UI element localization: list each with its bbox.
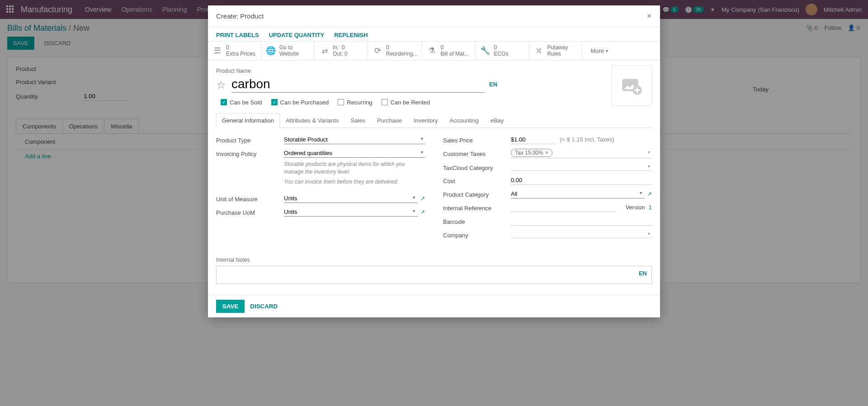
stat-bom[interactable]: ⚗ 0Bill of Mat... bbox=[422, 42, 476, 60]
customer-taxes-field[interactable]: Tax 15.00% × bbox=[511, 149, 652, 158]
modal-overlay: Create: Product × PRINT LABELS UPDATE QU… bbox=[0, 0, 868, 288]
stat-website[interactable]: 🌐 Go toWebsite bbox=[261, 42, 315, 60]
uom-select[interactable] bbox=[284, 194, 418, 203]
help-storable: Storable products are physical items for… bbox=[284, 161, 425, 176]
replenish-link[interactable]: REPLENISH bbox=[334, 32, 368, 38]
product-name-label: Product Name bbox=[216, 68, 652, 74]
tab-inventory[interactable]: Inventory bbox=[408, 113, 443, 127]
purchase-uom-select[interactable] bbox=[284, 208, 418, 217]
transfer-icon: ⇄ bbox=[319, 46, 329, 56]
internal-ref-input[interactable] bbox=[511, 203, 616, 212]
puom-external-link-icon[interactable]: ↗ bbox=[420, 209, 425, 215]
refresh-icon: ⟳ bbox=[373, 46, 382, 56]
favorite-star-icon[interactable]: ☆ bbox=[216, 79, 227, 90]
stat-more[interactable]: More ▾ bbox=[582, 42, 616, 60]
barcode-input[interactable] bbox=[511, 217, 652, 226]
tab-attributes[interactable]: Attributes & Variants bbox=[280, 113, 345, 127]
stat-ecos[interactable]: 🔧 0ECOs bbox=[476, 42, 529, 60]
sales-price-input[interactable] bbox=[511, 135, 556, 144]
taxcloud-label: TaxCloud Category bbox=[443, 163, 511, 171]
lang-badge[interactable]: EN bbox=[489, 81, 497, 88]
notes-lang-badge[interactable]: EN bbox=[639, 270, 647, 277]
product-category-label: Product Category bbox=[443, 189, 511, 198]
cost-label: Cost bbox=[443, 176, 511, 184]
product-image-placeholder[interactable] bbox=[611, 65, 652, 106]
tax-tag[interactable]: Tax 15.00% × bbox=[511, 149, 552, 157]
can-be-purchased-checkbox[interactable]: ✓Can be Purchased bbox=[271, 99, 329, 106]
list-icon: ☰ bbox=[212, 46, 222, 56]
help-invoice: You can invoice them before they are del… bbox=[284, 178, 425, 186]
tab-accounting[interactable]: Accounting bbox=[443, 113, 484, 127]
tab-ebay[interactable]: eBay bbox=[485, 113, 510, 127]
can-be-rented-checkbox[interactable]: Can be Rented bbox=[382, 99, 430, 106]
modal-title: Create: Product bbox=[216, 12, 264, 20]
tab-purchase[interactable]: Purchase bbox=[371, 113, 408, 127]
uom-external-link-icon[interactable]: ↗ bbox=[420, 195, 425, 202]
stat-inout[interactable]: ⇄ In: 0 Out: 0 bbox=[315, 42, 368, 60]
product-tabs: General Information Attributes & Variant… bbox=[216, 113, 652, 128]
flask-icon: ⚗ bbox=[427, 46, 437, 56]
recurring-checkbox[interactable]: Recurring bbox=[338, 99, 372, 106]
product-name-input[interactable] bbox=[231, 76, 485, 93]
update-quantity-link[interactable]: UPDATE QUANTITY bbox=[269, 32, 325, 38]
cost-input[interactable] bbox=[511, 176, 652, 185]
product-type-select[interactable] bbox=[284, 135, 425, 144]
sales-price-label: Sales Price bbox=[443, 135, 511, 144]
version-label: Version bbox=[625, 204, 645, 211]
internal-ref-label: Internal Reference bbox=[443, 203, 511, 212]
wrench-icon: 🔧 bbox=[480, 46, 490, 56]
category-external-link-icon[interactable]: ↗ bbox=[647, 191, 652, 197]
taxcloud-select[interactable] bbox=[511, 163, 652, 171]
product-category-select[interactable] bbox=[511, 189, 645, 198]
tab-general[interactable]: General Information bbox=[216, 113, 280, 128]
company-label: Company bbox=[443, 230, 511, 239]
internal-notes-label: Internal Notes bbox=[216, 257, 652, 263]
close-icon[interactable]: × bbox=[646, 11, 652, 21]
invoice-policy-label: Invoicing Policy bbox=[216, 149, 284, 157]
stat-reordering[interactable]: ⟳ 0Reordering... bbox=[368, 42, 422, 60]
company-select[interactable] bbox=[511, 230, 652, 238]
stat-extra-prices[interactable]: ☰ 0Extra Prices bbox=[208, 42, 261, 60]
invoice-policy-select[interactable] bbox=[284, 149, 425, 158]
purchase-uom-label: Purchase UoM bbox=[216, 208, 284, 216]
barcode-label: Barcode bbox=[443, 217, 511, 225]
tag-remove-icon[interactable]: × bbox=[545, 150, 548, 156]
stat-buttons: ☰ 0Extra Prices 🌐 Go toWebsite ⇄ In: 0 O… bbox=[208, 41, 660, 61]
internal-notes-input[interactable]: EN bbox=[216, 266, 652, 284]
uom-label: Unit of Measure bbox=[216, 194, 284, 203]
create-product-modal: Create: Product × PRINT LABELS UPDATE QU… bbox=[208, 5, 660, 288]
shuffle-icon: ⤭ bbox=[533, 46, 543, 56]
tab-sales[interactable]: Sales bbox=[344, 113, 371, 127]
chevron-down-icon: ▾ bbox=[606, 48, 608, 53]
price-incl-note: (= $ 1.15 Incl. Taxes) bbox=[560, 136, 614, 143]
product-type-label: Product Type bbox=[216, 135, 284, 144]
globe-icon: 🌐 bbox=[266, 46, 276, 56]
stat-putaway[interactable]: ⤭ PutawayRules bbox=[529, 42, 582, 60]
can-be-sold-checkbox[interactable]: ✓Can be Sold bbox=[221, 99, 262, 106]
version-value: 1 bbox=[649, 204, 652, 211]
customer-taxes-label: Customer Taxes bbox=[443, 149, 511, 157]
print-labels-link[interactable]: PRINT LABELS bbox=[216, 32, 259, 38]
